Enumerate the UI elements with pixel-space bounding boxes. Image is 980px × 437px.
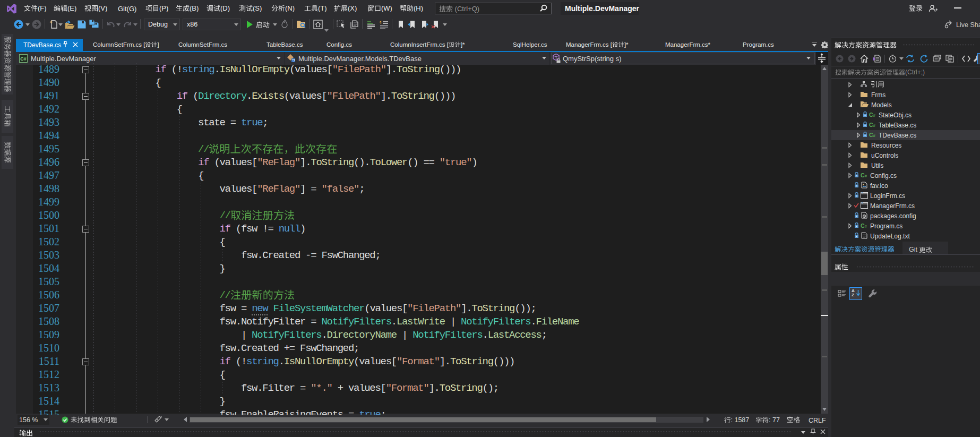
svg-text:C#: C# — [20, 56, 27, 62]
